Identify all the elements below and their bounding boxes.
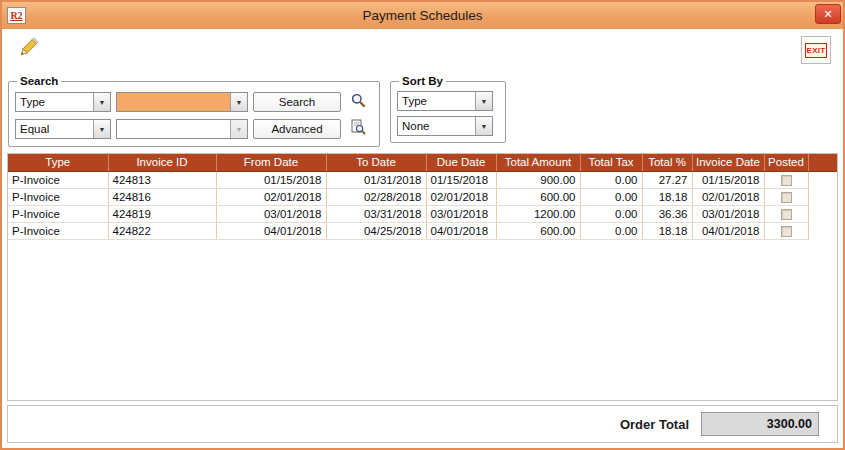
invoice-grid-panel: Type Invoice ID From Date To Date Due Da… [7,153,838,401]
column-header-to-date[interactable]: To Date [326,154,426,171]
cell-total-pct: 18.18 [642,222,692,239]
search-button[interactable]: Search [253,92,341,112]
cell-type: P-Invoice [8,171,108,188]
cell-due-date: 02/01/2018 [426,188,496,205]
cell-invoice-id: 424819 [108,205,216,222]
column-header-total-tax[interactable]: Total Tax [580,154,642,171]
column-header-posted[interactable]: Posted [764,154,808,171]
posted-checkbox[interactable] [781,192,792,203]
cell-from-date: 04/01/2018 [216,222,326,239]
cell-to-date: 01/31/2018 [326,171,426,188]
search-value-input[interactable] [117,93,230,111]
column-header-total-pct[interactable]: Total % [642,154,692,171]
close-button[interactable]: ✕ [815,4,841,24]
advanced-button[interactable]: Advanced [253,119,341,139]
search-icon-button[interactable] [346,91,370,113]
posted-checkbox[interactable] [781,226,792,237]
cell-invoice-id: 424813 [108,171,216,188]
payment-schedules-window: R2 Payment Schedules ✕ EXIT [0,0,845,450]
filter-bar: Search Type ▼ ▼ Search [2,69,843,151]
cell-due-date: 04/01/2018 [426,222,496,239]
cell-posted [764,222,808,239]
pencil-icon [15,35,41,65]
table-row[interactable]: P-Invoice 424822 04/01/2018 04/25/2018 0… [8,222,837,239]
cell-to-date: 04/25/2018 [326,222,426,239]
column-header-invoice-date[interactable]: Invoice Date [692,154,764,171]
chevron-down-icon[interactable]: ▼ [93,120,110,138]
cell-posted [764,171,808,188]
cell-total-tax: 0.00 [580,205,642,222]
cell-total-amount: 900.00 [496,171,580,188]
cell-total-amount: 600.00 [496,222,580,239]
cell-from-date: 01/15/2018 [216,171,326,188]
cell-invoice-date: 01/15/2018 [692,171,764,188]
cell-invoice-date: 03/01/2018 [692,205,764,222]
sort-secondary-combo[interactable]: None ▼ [397,116,493,136]
sort-secondary-value: None [398,117,475,135]
chevron-down-icon: ▼ [230,120,247,138]
chevron-down-icon[interactable]: ▼ [475,92,492,110]
sortby-legend: Sort By [399,75,446,87]
advanced-search-icon [350,119,367,140]
cell-total-tax: 0.00 [580,222,642,239]
column-header-from-date[interactable]: From Date [216,154,326,171]
sort-primary-combo[interactable]: Type ▼ [397,91,493,111]
search-legend: Search [17,75,61,87]
cell-invoice-id: 424816 [108,188,216,205]
sort-primary-value: Type [398,92,475,110]
cell-total-pct: 27.27 [642,171,692,188]
search-field-combo[interactable]: Type ▼ [15,92,111,112]
posted-checkbox[interactable] [781,209,792,220]
cell-from-date: 02/01/2018 [216,188,326,205]
chevron-down-icon[interactable]: ▼ [93,93,110,111]
search-value-combo[interactable]: ▼ [116,92,248,112]
cell-total-tax: 0.00 [580,171,642,188]
search-groupbox: Search Type ▼ ▼ Search [8,75,380,147]
exit-icon: EXIT [805,43,828,58]
column-header-filler [808,154,837,171]
advanced-search-icon-button[interactable] [346,118,370,140]
cell-from-date: 03/01/2018 [216,205,326,222]
cell-due-date: 01/15/2018 [426,171,496,188]
titlebar[interactable]: R2 Payment Schedules ✕ [2,2,843,29]
cell-total-tax: 0.00 [580,188,642,205]
chevron-down-icon[interactable]: ▼ [475,117,492,135]
cell-total-pct: 18.18 [642,188,692,205]
search-icon [350,92,367,113]
cell-total-amount: 1200.00 [496,205,580,222]
cell-posted [764,188,808,205]
cell-due-date: 03/01/2018 [426,205,496,222]
invoice-table: Type Invoice ID From Date To Date Due Da… [8,154,837,240]
column-header-total-amount[interactable]: Total Amount [496,154,580,171]
table-header-row: Type Invoice ID From Date To Date Due Da… [8,154,837,171]
column-header-invoice-id[interactable]: Invoice ID [108,154,216,171]
cell-type: P-Invoice [8,188,108,205]
order-total-value: 3300.00 [701,412,819,436]
column-header-type[interactable]: Type [8,154,108,171]
cell-invoice-date: 04/01/2018 [692,222,764,239]
window-title: Payment Schedules [2,8,843,23]
cell-to-date: 03/31/2018 [326,205,426,222]
search-operator-value: Equal [16,120,93,138]
search-field-value: Type [16,93,93,111]
chevron-down-icon[interactable]: ▼ [230,93,247,111]
sortby-groupbox: Sort By Type ▼ None ▼ [390,75,506,143]
column-header-due-date[interactable]: Due Date [426,154,496,171]
table-row[interactable]: P-Invoice 424813 01/15/2018 01/31/2018 0… [8,171,837,188]
cell-total-pct: 36.36 [642,205,692,222]
posted-checkbox[interactable] [781,175,792,186]
cell-total-amount: 600.00 [496,188,580,205]
cell-type: P-Invoice [8,222,108,239]
search-value2-combo[interactable]: ▼ [116,119,248,139]
search-value2-input [117,120,230,138]
cell-type: P-Invoice [8,205,108,222]
table-row[interactable]: P-Invoice 424816 02/01/2018 02/28/2018 0… [8,188,837,205]
cell-to-date: 02/28/2018 [326,188,426,205]
order-total-label: Order Total [620,417,689,432]
exit-button[interactable]: EXIT [801,36,831,64]
search-operator-combo[interactable]: Equal ▼ [15,119,111,139]
toolbar: EXIT [2,29,843,69]
edit-button[interactable] [12,34,44,66]
table-row[interactable]: P-Invoice 424819 03/01/2018 03/31/2018 0… [8,205,837,222]
cell-invoice-date: 02/01/2018 [692,188,764,205]
